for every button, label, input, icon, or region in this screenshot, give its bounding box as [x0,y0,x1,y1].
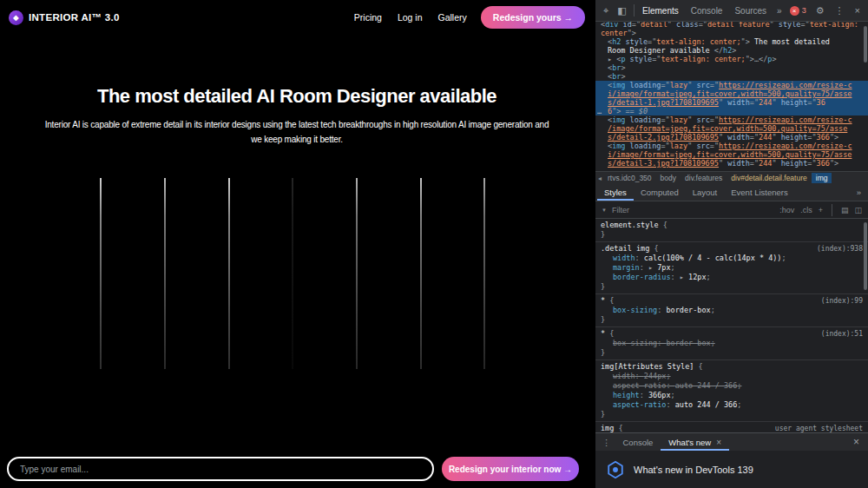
tab-console[interactable]: Console [685,0,729,21]
code-line[interactable]: ▸ <p style="text-align: center;">…</p> [595,55,868,63]
breadcrumb-item[interactable]: div#detail.detail.feature [727,173,811,183]
breadcrumb-item[interactable]: img [812,173,832,183]
css-declaration[interactable]: box-sizing: border-box; [601,306,863,315]
collapsed-image-strip [483,178,485,369]
code-line[interactable]: <br> [595,72,868,81]
toolbar-right: × 3 ⚙ ⋮ × [786,5,865,16]
css-declaration[interactable]: box-sizing: border-box; [601,339,863,348]
collapsed-image-strip [100,178,102,369]
code-line[interactable]: /image/format=jpeg,fit=cover,width=500,q… [595,124,868,133]
error-icon: × [790,6,799,16]
elements-tree: <div id="detail" class="detail feature" … [595,22,868,171]
code-line[interactable]: center"> [595,29,868,37]
breadcrumb: ◂ rtvs.idc0_350bodydiv.featuresdiv#detai… [595,171,868,184]
css-declaration[interactable]: width: calc(100% / 4 - calc(14px * 4)); [601,254,863,263]
error-badge[interactable]: × 3 [786,6,810,16]
code-line[interactable]: <div id="detail" class="detail feature" … [595,22,868,29]
collapsed-image-strip [356,178,358,369]
code-line[interactable]: <img loading="lazy" src="https://resizea… [595,115,868,124]
sidebar-tab-event-listeners[interactable]: Event Listeners [724,184,794,201]
css-selector[interactable]: .detail img [601,244,649,253]
devtools-logo-icon [606,460,625,479]
tabs-overflow-icon[interactable]: » [773,6,786,16]
stylesheet-origin-link[interactable]: (index):938 [817,244,863,254]
collapsed-image-strip [164,178,166,369]
sidebar-tab-styles[interactable]: Styles [597,184,634,201]
grid-overlay-icon[interactable]: ▤ [841,206,849,214]
elements-scrollbar[interactable] [864,26,867,63]
code-line[interactable]: …6"> == $0 [595,107,868,115]
code-line[interactable]: <img loading="lazy" src="https://resizea… [595,142,868,150]
filter-toggles: :hov .cls + ▤ ◫ [779,204,862,216]
devtools-panel: ⌖ ◧ ElementsConsoleSources » × 3 ⚙ ⋮ × <… [595,0,868,488]
css-declaration[interactable]: width: 244px; [601,372,863,381]
css-rule: * {(index):99box-sizing: border-box;} [595,294,868,327]
sidebar-tabs-overflow-icon[interactable]: » [852,188,866,197]
email-input[interactable] [7,457,434,481]
code-line[interactable]: s/detail-2.jpg?1708109695" width="244" h… [595,133,868,142]
filter-separator [832,204,832,216]
tab-elements[interactable]: Elements [636,0,685,21]
code-line[interactable]: <h2 style="text-align: center;"> The mos… [595,37,868,46]
close-tab-icon[interactable]: × [716,438,721,447]
sidebar-tab-layout[interactable]: Layout [686,184,725,201]
breadcrumb-item[interactable]: div.features [681,173,727,183]
styles-pane: element.style {}.detail img {(index):938… [595,219,868,432]
code-line[interactable]: s/detail-1.jpg?1708109695" width="244" h… [595,98,868,107]
css-rule: * {(index):51box-sizing: border-box;} [595,327,868,360]
styles-filter-bar: ▼ Filter :hov .cls + ▤ ◫ [595,201,868,219]
code-line[interactable]: i/image/format=jpeg,fit=cover,width=500,… [595,150,868,159]
image-strips [0,0,594,488]
collapsed-image-strip [420,178,422,369]
styles-filter-input[interactable]: Filter [612,206,629,214]
toggle-classes[interactable]: .cls [800,206,812,214]
tab-sources[interactable]: Sources [728,0,773,21]
computed-sidebar-icon[interactable]: ◫ [854,206,862,214]
crumb-scroll-left-icon[interactable]: ◂ [596,175,603,182]
drawer-menu-icon[interactable]: ⋮ [598,438,615,447]
breadcrumb-item[interactable]: rtvs.idc0_350 [603,173,656,183]
styles-sidebar-tabs: StylesComputedLayoutEvent Listeners» [595,184,868,201]
css-declaration[interactable]: aspect-ratio: auto 244 / 366; [601,381,863,391]
css-selector[interactable]: img [601,424,614,432]
stylesheet-origin-link[interactable]: (index):99 [821,296,863,306]
drawer-tab-what-s-new[interactable]: What's new× [661,433,729,451]
collapsed-image-strip [228,178,230,369]
css-selector[interactable]: img[Attributes Style] [601,362,694,371]
error-count: 3 [802,6,806,15]
close-devtools-icon[interactable]: × [851,5,865,16]
styles-scrollbar[interactable] [864,222,867,290]
interior-ai-site: ◆ INTERIOR AI™ 3.0 PricingLog inGallery … [0,0,594,488]
css-declaration[interactable]: margin: ▸ 7px; [601,263,863,273]
css-rule: .detail img {(index):938width: calc(100%… [595,242,868,294]
drawer-tabs: ⋮ ConsoleWhat's new×× [595,432,868,451]
css-declaration[interactable]: height: 366px; [601,391,863,400]
breadcrumb-item[interactable]: body [656,173,681,183]
redesign-now-button[interactable]: Redesign your interior now → [442,457,579,481]
collapsed-image-strip [292,178,293,369]
sidebar-tab-computed[interactable]: Computed [634,184,686,201]
devtools-panel-tabs: ElementsConsoleSources [636,0,773,21]
code-line[interactable]: <img loading="lazy" src="https://resizea… [595,81,868,89]
code-line[interactable]: s/detail-3.jpg?1708109695" width="244" h… [595,159,868,168]
code-line[interactable]: Room Designer available </h2> [595,46,868,55]
stylesheet-origin-link[interactable]: user agent stylesheet [775,424,863,432]
code-line[interactable]: <br> [595,63,868,72]
close-drawer-icon[interactable]: × [847,436,865,448]
code-line[interactable]: i/image/format=jpeg,fit=cover,width=500,… [595,89,868,98]
inspect-element-icon[interactable]: ⌖ [599,5,613,16]
css-declaration[interactable]: aspect-ratio: auto 244 / 366; [601,400,863,410]
device-toolbar-icon[interactable]: ◧ [613,5,630,16]
css-declaration[interactable]: border-radius: ▸ 12px; [601,273,863,282]
more-menu-icon[interactable]: ⋮ [831,5,849,16]
filter-funnel-icon: ▼ [602,208,607,213]
css-rule: element.style {} [595,219,868,242]
stylesheet-origin-link[interactable]: (index):51 [821,329,863,339]
css-rule: img[Attributes Style] {width: 244px;aspe… [595,360,868,422]
whats-new-panel: What's new in DevTools 139 [595,451,868,488]
toggle-hover-state[interactable]: :hov [779,206,794,214]
drawer-tab-console[interactable]: Console [615,433,661,451]
settings-gear-icon[interactable]: ⚙ [812,5,829,16]
css-selector[interactable]: element.style [601,221,659,229]
new-style-rule-icon[interactable]: + [819,206,823,214]
